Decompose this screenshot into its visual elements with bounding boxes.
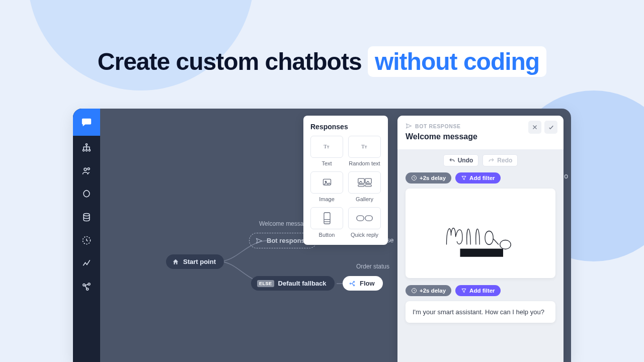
svg-rect-26 bbox=[365, 216, 372, 221]
node-default-fallback[interactable]: ELSE Default fallback bbox=[251, 276, 335, 291]
svg-point-12 bbox=[353, 281, 354, 282]
svg-point-0 bbox=[86, 144, 87, 145]
response-type-quick-reply[interactable]: Quick reply bbox=[348, 207, 381, 238]
message-text: I'm your smart assistant. How can I help… bbox=[413, 308, 544, 316]
confirm-button[interactable] bbox=[544, 121, 557, 134]
close-button[interactable] bbox=[528, 121, 541, 134]
filter-icon bbox=[461, 175, 467, 181]
svg-point-4 bbox=[84, 168, 87, 170]
flow-icon bbox=[349, 280, 356, 287]
undo-icon bbox=[449, 157, 455, 164]
svg-point-6 bbox=[84, 214, 90, 216]
button-icon bbox=[323, 212, 332, 225]
response-label: Image bbox=[310, 196, 343, 202]
gallery-icon bbox=[357, 177, 372, 188]
response-type-text[interactable]: Tт Text bbox=[310, 136, 343, 166]
response-type-button[interactable]: Button bbox=[310, 207, 343, 238]
image-card[interactable] bbox=[406, 189, 555, 278]
sidebar bbox=[73, 109, 100, 362]
text-message-card[interactable]: I'm your smart assistant. How can I help… bbox=[406, 301, 555, 323]
svg-point-1 bbox=[83, 149, 85, 151]
text-icon: Tт bbox=[359, 142, 370, 151]
send-icon bbox=[406, 123, 412, 129]
nav-analytics-icon[interactable] bbox=[73, 252, 100, 275]
background-blob bbox=[28, 0, 254, 90]
responses-title: Responses bbox=[310, 123, 381, 131]
svg-point-28 bbox=[500, 240, 511, 249]
close-icon bbox=[532, 124, 538, 130]
nav-activity-icon[interactable] bbox=[73, 229, 100, 251]
else-badge: ELSE bbox=[257, 280, 274, 287]
headline-highlight: without coding bbox=[368, 46, 546, 77]
undo-button[interactable]: Undo bbox=[443, 154, 479, 166]
svg-rect-20 bbox=[358, 185, 364, 187]
node-start-point[interactable]: Start point bbox=[166, 254, 224, 269]
chip-label: +2s delay bbox=[420, 288, 446, 294]
app-logo[interactable] bbox=[73, 109, 100, 136]
detail-kicker: BOT RESPONSE bbox=[415, 123, 461, 129]
headline-prefix: Create custom chatbots bbox=[98, 48, 362, 75]
svg-point-3 bbox=[89, 149, 90, 151]
add-filter-chip[interactable]: Add filter bbox=[455, 172, 500, 184]
svg-point-2 bbox=[86, 149, 87, 151]
nav-users-icon[interactable] bbox=[73, 160, 100, 182]
response-label: Random text bbox=[348, 160, 381, 166]
response-type-image[interactable]: Image bbox=[310, 171, 343, 202]
response-type-gallery[interactable]: Gallery bbox=[348, 171, 381, 202]
svg-point-5 bbox=[88, 168, 90, 170]
node-label: Bot response bbox=[267, 237, 308, 244]
detail-panel: BOT RESPONSE Welcome message Undo Redo +… bbox=[397, 116, 564, 362]
node-label: Flow bbox=[360, 280, 375, 287]
undo-label: Undo bbox=[458, 157, 473, 164]
hello-image bbox=[413, 196, 548, 271]
node-label: Start point bbox=[183, 258, 216, 265]
svg-rect-22 bbox=[324, 213, 330, 224]
clock-icon bbox=[411, 175, 417, 181]
response-type-random-text[interactable]: Tт Random text bbox=[348, 136, 381, 166]
text-icon: Tт bbox=[321, 142, 333, 151]
svg-rect-25 bbox=[356, 216, 363, 221]
app-window: Start point Welcome message Bot response… bbox=[73, 109, 571, 362]
delay-chip[interactable]: +2s delay bbox=[406, 285, 451, 296]
chip-label: Add filter bbox=[469, 175, 495, 181]
clock-icon bbox=[411, 288, 417, 294]
responses-panel: Responses Tт Text Tт Random text Image G… bbox=[303, 116, 388, 245]
svg-text:Tт: Tт bbox=[361, 144, 367, 149]
node-label: Default fallback bbox=[278, 280, 327, 287]
response-label: Button bbox=[310, 232, 343, 238]
delay-chip[interactable]: +2s delay bbox=[406, 172, 451, 184]
chip-label: +2s delay bbox=[420, 175, 446, 181]
svg-point-11 bbox=[350, 283, 351, 284]
home-icon bbox=[172, 258, 179, 265]
response-label: Quick reply bbox=[348, 232, 381, 238]
svg-rect-21 bbox=[365, 185, 371, 187]
detail-header: BOT RESPONSE Welcome message bbox=[397, 116, 564, 149]
nav-integrations-icon[interactable] bbox=[73, 276, 100, 298]
response-label: Gallery bbox=[348, 196, 381, 202]
quick-reply-icon bbox=[356, 215, 373, 222]
node-caption: Order status bbox=[356, 263, 389, 270]
image-icon bbox=[321, 177, 333, 188]
svg-rect-29 bbox=[460, 249, 504, 257]
nav-flows-icon[interactable] bbox=[73, 137, 100, 159]
node-flow[interactable]: Flow bbox=[343, 276, 383, 291]
nav-data-icon[interactable] bbox=[73, 206, 100, 228]
chip-label: Add filter bbox=[469, 288, 495, 294]
nav-ai-icon[interactable] bbox=[73, 183, 100, 205]
redo-icon bbox=[488, 157, 495, 164]
filter-icon bbox=[461, 288, 467, 294]
node-caption: Welcome message bbox=[259, 220, 310, 227]
add-filter-chip[interactable]: Add filter bbox=[455, 285, 500, 296]
check-icon bbox=[548, 124, 554, 131]
headline: Create custom chatbots without coding bbox=[0, 48, 644, 75]
svg-text:Tт: Tт bbox=[324, 144, 329, 149]
redo-button[interactable]: Redo bbox=[482, 154, 518, 166]
response-label: Text bbox=[310, 160, 343, 166]
svg-point-13 bbox=[353, 285, 354, 286]
send-icon bbox=[256, 237, 263, 244]
svg-point-9 bbox=[88, 283, 90, 285]
redo-label: Redo bbox=[497, 157, 512, 164]
